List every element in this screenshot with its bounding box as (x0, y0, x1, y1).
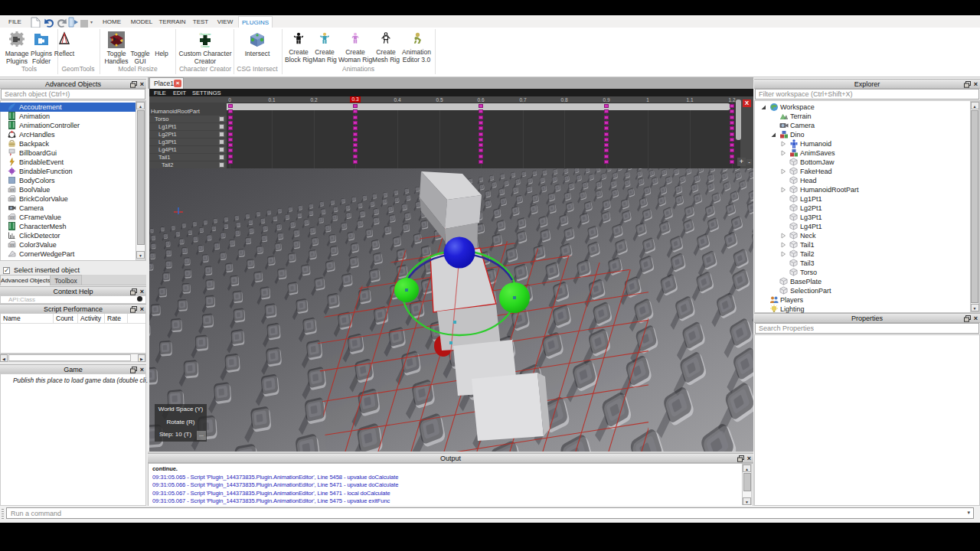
svg-text:Character: Character (200, 33, 212, 36)
svg-text:123: 123 (10, 189, 15, 192)
svg-text:123: 123 (10, 198, 15, 201)
svg-text:Creator: Creator (201, 45, 210, 48)
svg-text:123: 123 (10, 217, 15, 220)
svg-text:123: 123 (10, 244, 15, 247)
